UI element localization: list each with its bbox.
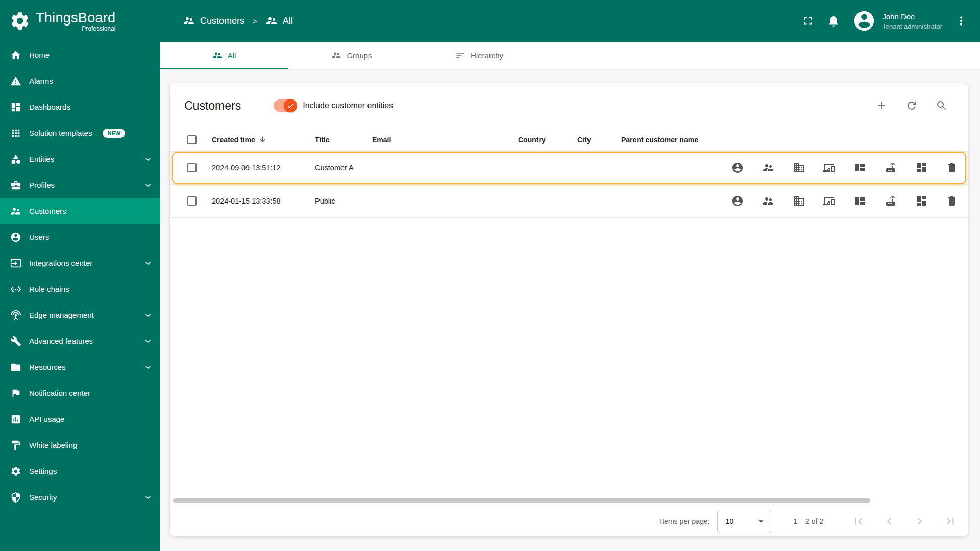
items-per-page-value: 10 (726, 517, 734, 525)
manage-assets-button[interactable] (793, 195, 805, 207)
sidebar-item-label: Dashboards (29, 103, 70, 111)
sidebar-item-white-labeling[interactable]: White labeling (0, 432, 160, 458)
tab-label: Groups (347, 51, 372, 60)
fullscreen-button[interactable] (801, 14, 815, 28)
column-header-parent-customer-name[interactable]: Parent customer name (615, 136, 725, 144)
row-actions (725, 162, 965, 174)
row-checkbox[interactable] (187, 163, 197, 172)
manage-users-button[interactable] (731, 195, 744, 207)
manage-customers-icon (762, 162, 774, 174)
sidebar-item-label: Entities (29, 155, 54, 163)
breadcrumb-label: Customers (200, 16, 244, 27)
table-row[interactable]: 2024-09-09 13:51:12 Customer A (172, 152, 966, 184)
avatar (852, 9, 876, 33)
select-all-checkbox[interactable] (187, 135, 197, 144)
sidebar-item-home[interactable]: Home (0, 42, 160, 68)
manage-assets-icon (793, 195, 805, 207)
sidebar-nav: Home Alarms Dashboards Solution template… (0, 42, 160, 551)
manage-assets-button[interactable] (793, 162, 805, 174)
manage-edges-button[interactable] (885, 195, 897, 207)
items-per-page-select[interactable]: 10 (717, 510, 771, 533)
manage-users-icon (731, 162, 744, 174)
integrations-center-icon (10, 258, 21, 269)
manage-entity-views-button[interactable] (854, 195, 866, 207)
delete-button[interactable] (946, 195, 958, 207)
previous-page-button[interactable] (883, 515, 896, 528)
search-button[interactable] (936, 99, 948, 112)
table-row[interactable]: 2024-01-15 13:33:58 Public (172, 185, 966, 217)
sidebar-item-dashboards[interactable]: Dashboards (0, 94, 160, 120)
refresh-button[interactable] (905, 99, 918, 112)
tab-label: Hierarchy (471, 51, 503, 60)
sidebar-item-alarms[interactable]: Alarms (0, 68, 160, 94)
sidebar-item-customers[interactable]: Customers (0, 198, 160, 224)
sidebar-item-advanced-features[interactable]: Advanced features (0, 328, 160, 354)
manage-assets-icon (793, 162, 805, 174)
first-page-button[interactable] (852, 515, 865, 528)
column-header-created-time[interactable]: Created time (206, 135, 309, 144)
manage-users-icon (731, 195, 744, 207)
breadcrumb-all[interactable]: All (265, 15, 293, 27)
manage-devices-button[interactable] (823, 195, 836, 207)
sidebar-item-settings[interactable]: Settings (0, 458, 160, 484)
sidebar-item-security[interactable]: Security (0, 484, 160, 510)
sidebar-item-rule-chains[interactable]: Rule chains (0, 276, 160, 302)
brand-edition: Professional (82, 25, 115, 32)
thingsboard-logo[interactable]: ThingsBoard Professional (0, 0, 160, 42)
sidebar-item-resources[interactable]: Resources (0, 354, 160, 380)
row-checkbox[interactable] (187, 196, 197, 206)
column-header-country[interactable]: Country (512, 136, 571, 144)
column-header-city[interactable]: City (571, 136, 615, 144)
card-header: Customers Include customer entities (170, 83, 968, 128)
sidebar-item-label: Security (29, 493, 57, 502)
sidebar-item-label: Rule chains (29, 285, 69, 293)
breadcrumb-customers[interactable]: Customers (183, 15, 244, 27)
next-page-button[interactable] (913, 515, 926, 528)
group-icon (212, 50, 223, 60)
sidebar-item-profiles[interactable]: Profiles (0, 172, 160, 198)
sidebar-item-notification-center[interactable]: Notification center (0, 380, 160, 406)
sidebar-item-label: Resources (29, 363, 66, 371)
notifications-button[interactable] (827, 14, 840, 28)
manage-users-button[interactable] (731, 162, 744, 174)
more-menu-button[interactable] (954, 14, 968, 28)
manage-edges-button[interactable] (885, 162, 897, 174)
sidebar-item-label: Integrations center (29, 259, 92, 267)
sidebar-item-label: Notification center (29, 389, 90, 397)
horizontal-scrollbar-thumb[interactable] (173, 498, 870, 503)
manage-devices-icon (823, 195, 836, 207)
chevron-down-icon (143, 492, 153, 503)
manage-dashboards-button[interactable] (915, 162, 927, 174)
delete-button[interactable] (946, 162, 958, 174)
manage-customers-button[interactable] (762, 195, 774, 207)
sidebar-item-users[interactable]: Users (0, 224, 160, 250)
sidebar-item-label: Settings (29, 467, 57, 475)
chevron-down-icon (143, 258, 153, 268)
tab-hierarchy[interactable]: Hierarchy (415, 42, 543, 69)
user-menu[interactable]: John Doe Tenant administrator (852, 9, 942, 33)
chevron-left-icon (883, 515, 896, 528)
sidebar-item-entities[interactable]: Entities (0, 146, 160, 172)
manage-devices-button[interactable] (823, 162, 836, 174)
include-customer-entities-toggle[interactable] (274, 99, 296, 112)
chevron-down-icon (143, 310, 153, 320)
chevron-right-icon (913, 515, 926, 528)
sidebar-item-label: Home (29, 51, 50, 59)
delete-icon (946, 195, 958, 207)
manage-dashboards-icon (915, 162, 927, 174)
sidebar-item-api-usage[interactable]: API usage (0, 406, 160, 432)
sidebar-item-integrations-center[interactable]: Integrations center (0, 250, 160, 276)
customers-icon (10, 206, 21, 217)
tab-groups[interactable]: Groups (288, 42, 415, 69)
column-header-title[interactable]: Title (309, 136, 366, 144)
tab-all[interactable]: All (160, 42, 288, 69)
add-customer-button[interactable] (875, 99, 888, 112)
column-header-email[interactable]: Email (366, 136, 512, 144)
sidebar-item-solution-templates[interactable]: Solution templates NEW (0, 120, 160, 146)
last-page-button[interactable] (944, 515, 957, 528)
manage-entity-views-button[interactable] (854, 162, 866, 174)
manage-dashboards-button[interactable] (915, 195, 927, 207)
manage-customers-button[interactable] (762, 162, 774, 174)
page-title: Customers (184, 99, 241, 113)
sidebar-item-edge-management[interactable]: Edge management (0, 302, 160, 328)
